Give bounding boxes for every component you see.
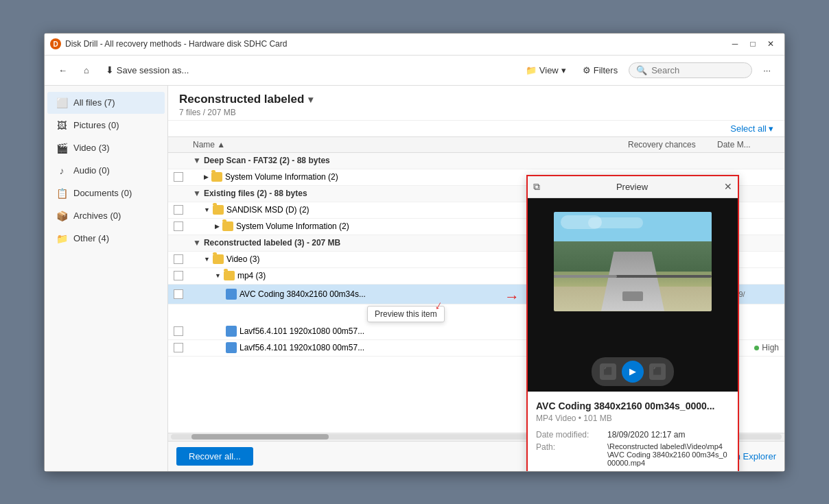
row-checkbox[interactable] — [174, 343, 183, 352]
sidebar-item-label: Archives (0) — [73, 211, 121, 221]
view-button[interactable]: 📁 View ▾ — [520, 62, 572, 78]
folder-icon — [211, 172, 222, 182]
video-file-icon — [226, 342, 237, 353]
more-options-button[interactable]: ··· — [758, 62, 776, 78]
preview-close-button[interactable]: ✕ — [724, 181, 732, 192]
search-icon: 🔍 — [636, 65, 647, 75]
folder-expand-arrow[interactable]: ▶ — [204, 173, 209, 180]
recovery-label: High — [762, 343, 779, 352]
group-expand-arrow[interactable]: ▼ — [193, 189, 201, 198]
select-all-row: Select all ▾ — [168, 121, 784, 136]
filters-button[interactable]: ⚙ Filters — [577, 62, 623, 78]
select-all-button[interactable]: Select all ▾ — [730, 123, 773, 134]
close-icon: ✕ — [724, 181, 732, 192]
path-value: \Reconstructed labeled\Video\mp4\AVC Cod… — [607, 442, 729, 467]
cloud-element — [588, 217, 643, 228]
preview-thumbnail — [554, 212, 712, 311]
sidebar-item-other[interactable]: 📁 Other (4) — [47, 228, 165, 250]
road-element — [601, 252, 664, 311]
sidebar-item-pictures[interactable]: 🖼 Pictures (0) — [47, 115, 165, 136]
name-col-header[interactable]: Name ▲ — [193, 140, 628, 149]
video-file-icon — [226, 326, 237, 337]
preview-filetype: MP4 Video • 101 MB — [536, 413, 729, 423]
maximize-button[interactable]: □ — [745, 37, 761, 51]
date-modified-value: 18/09/2020 12:17 am — [607, 430, 729, 440]
main-title-text: Reconstructed labeled — [179, 93, 304, 106]
preview-copy-button[interactable]: ⧉ — [533, 181, 540, 193]
filters-label: Filters — [594, 65, 618, 75]
folder-expand-arrow[interactable]: ▼ — [204, 256, 210, 263]
sidebar-item-label: Video (3) — [73, 143, 110, 153]
other-icon: 📁 — [56, 232, 68, 245]
main-header: Reconstructed labeled ▾ 7 files / 207 MB — [168, 86, 784, 121]
preview-video-area: ⬛ ▶ ⬛ — [528, 198, 738, 392]
search-input[interactable] — [651, 65, 747, 75]
window-controls: ─ □ ✕ — [727, 37, 779, 51]
main-title: Reconstructed labeled ▾ — [179, 93, 773, 106]
save-session-button[interactable]: ⬇ Save session as... — [100, 62, 195, 78]
group-row-text: Existing files (2) - 88 bytes — [204, 189, 307, 198]
title-bar: D Disk Drill - All recovery methods - Ha… — [45, 34, 784, 56]
row-checkbox[interactable] — [174, 205, 183, 215]
step-forward-button[interactable]: ⬛ — [649, 363, 666, 380]
progress-bar[interactable] — [554, 275, 712, 278]
sidebar-item-label: Audio (0) — [73, 165, 110, 176]
arrow-right-indicator: → — [504, 288, 519, 306]
documents-icon: 📋 — [56, 187, 68, 200]
copy-icon: ⧉ — [533, 181, 540, 192]
back-button[interactable]: ← — [53, 62, 73, 78]
sidebar-item-video[interactable]: 🎬 Video (3) — [47, 137, 165, 159]
folder-icon — [224, 271, 235, 280]
file-table-header: Name ▲ Recovery chances Date M... — [168, 136, 784, 153]
preview-info: AVC Coding 3840x2160 00m34s_0000... MP4 … — [528, 392, 738, 471]
video-file-icon — [226, 289, 237, 300]
folder-expand-arrow[interactable]: ▶ — [215, 223, 220, 230]
home-button[interactable]: ⌂ — [78, 62, 95, 78]
group-row-text: Deep Scan - FAT32 (2) - 88 bytes — [204, 156, 330, 165]
recover-all-button[interactable]: Recover all... — [176, 447, 253, 466]
title-dropdown-icon[interactable]: ▾ — [308, 94, 313, 105]
row-checkbox[interactable] — [174, 221, 183, 231]
content-area: ⬜ All files (7) 🖼 Pictures (0) 🎬 Video (… — [45, 86, 784, 471]
main-wrapper: Reconstructed labeled ▾ 7 files / 207 MB… — [168, 86, 784, 471]
row-checkbox[interactable] — [174, 271, 183, 280]
step-back-icon: ⬛ — [603, 367, 613, 376]
date-col-header: Date M... — [717, 140, 779, 149]
sidebar: ⬜ All files (7) 🖼 Pictures (0) 🎬 Video (… — [45, 86, 168, 471]
folder-icon — [213, 254, 224, 264]
row-checkbox[interactable] — [174, 289, 183, 299]
scrollbar-thumb[interactable] — [191, 434, 329, 440]
preview-header: ⧉ Preview ✕ — [528, 176, 738, 198]
sidebar-item-archives[interactable]: 📦 Archives (0) — [47, 205, 165, 227]
play-button[interactable]: ▶ — [622, 361, 644, 383]
sidebar-item-documents[interactable]: 📋 Documents (0) — [47, 182, 165, 204]
folder-expand-arrow[interactable]: ▼ — [204, 206, 210, 213]
close-button[interactable]: ✕ — [762, 37, 779, 51]
recovery-col-header: Recovery chances — [628, 140, 717, 149]
minimize-button[interactable]: ─ — [727, 37, 743, 51]
home-icon: ⌂ — [84, 65, 89, 75]
group-expand-arrow[interactable]: ▼ — [193, 156, 201, 165]
car-element — [622, 291, 643, 301]
group-row-deep-scan: ▼ Deep Scan - FAT32 (2) - 88 bytes — [168, 153, 784, 169]
step-back-button[interactable]: ⬛ — [600, 363, 616, 380]
view-chevron-icon: ▾ — [561, 65, 566, 75]
name-sort-icon: ▲ — [217, 140, 225, 149]
window-title: Disk Drill - All recovery methods - Hard… — [65, 39, 723, 49]
group-expand-arrow[interactable]: ▼ — [193, 238, 201, 248]
folder-expand-arrow[interactable]: ▼ — [215, 272, 221, 279]
play-icon: ▶ — [629, 366, 636, 376]
archives-icon: 📦 — [56, 210, 68, 222]
folder-icon — [213, 205, 224, 215]
toolbar: ← ⌂ ⬇ Save session as... 📁 View ▾ ⚙ Filt… — [45, 56, 784, 86]
sidebar-item-audio[interactable]: ♪ Audio (0) — [47, 160, 165, 182]
recovery-dot-high — [754, 346, 759, 350]
row-checkbox[interactable] — [174, 326, 183, 336]
folder-icon — [222, 221, 233, 231]
preview-panel: ⧉ Preview ✕ — [526, 175, 739, 471]
row-checkbox[interactable] — [174, 172, 183, 182]
view-label: View — [539, 65, 559, 75]
select-all-label: Select all — [730, 123, 767, 134]
row-checkbox[interactable] — [174, 254, 183, 264]
sidebar-item-all-files[interactable]: ⬜ All files (7) — [47, 92, 165, 114]
